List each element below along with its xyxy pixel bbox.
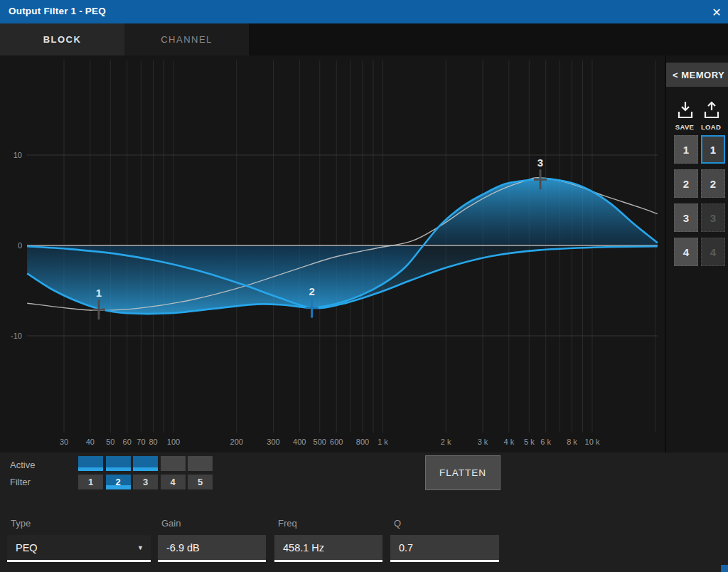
flatten-button[interactable]: FLATTEN bbox=[425, 455, 500, 490]
svg-text:3: 3 bbox=[537, 157, 543, 169]
close-button[interactable]: ✕ bbox=[708, 4, 725, 21]
svg-text:8 k: 8 k bbox=[567, 438, 577, 446]
svg-text:200: 200 bbox=[230, 438, 243, 446]
memory-panel-header[interactable]: < MEMORY bbox=[666, 63, 728, 87]
field-label-freq: Freq bbox=[278, 518, 297, 529]
field-label-type: Type bbox=[11, 518, 31, 529]
window-title: Output Filter 1 - PEQ bbox=[9, 6, 106, 16]
eq-graph-svg: 1233040506070801002003004005006008001 k2… bbox=[0, 55, 665, 452]
svg-text:600: 600 bbox=[330, 438, 343, 446]
tab-block-label: BLOCK bbox=[43, 34, 82, 45]
save-column-label: SAVE bbox=[673, 123, 697, 131]
memory-save-slot-4[interactable]: 4 bbox=[674, 238, 698, 266]
memory-save-slot-2[interactable]: 2 bbox=[674, 169, 698, 198]
freq-input[interactable]: 458.1 Hz bbox=[274, 535, 382, 562]
field-value-q: 0.7 bbox=[399, 542, 413, 554]
dropdown-arrow-icon: ▼ bbox=[137, 544, 144, 551]
active-toggle-5[interactable] bbox=[188, 456, 213, 471]
svg-text:400: 400 bbox=[293, 438, 306, 446]
field-label-q: Q bbox=[394, 518, 401, 529]
flatten-label: FLATTEN bbox=[439, 467, 486, 478]
svg-text:800: 800 bbox=[356, 438, 369, 446]
svg-text:1 k: 1 k bbox=[378, 438, 388, 446]
svg-text:1: 1 bbox=[96, 287, 102, 299]
field-label-gain: Gain bbox=[161, 518, 181, 529]
svg-text:100: 100 bbox=[167, 438, 180, 446]
svg-text:500: 500 bbox=[314, 438, 326, 446]
svg-text:10: 10 bbox=[14, 151, 22, 159]
svg-text:-10: -10 bbox=[11, 332, 22, 340]
active-toggle-2[interactable] bbox=[106, 456, 131, 471]
tab-block[interactable]: BLOCK bbox=[0, 23, 124, 55]
memory-load-slot-4[interactable]: 4 bbox=[701, 238, 725, 266]
field-value-freq: 458.1 Hz bbox=[283, 542, 324, 554]
active-toggle-3[interactable] bbox=[133, 456, 158, 471]
memory-save-slot-1[interactable]: 1 bbox=[674, 135, 698, 164]
load-icon bbox=[703, 101, 720, 120]
close-icon: ✕ bbox=[712, 6, 721, 19]
svg-text:10 k: 10 k bbox=[585, 438, 600, 446]
svg-text:70: 70 bbox=[136, 438, 145, 446]
memory-save-slot-3[interactable]: 3 bbox=[674, 203, 698, 232]
svg-text:50: 50 bbox=[106, 438, 114, 446]
svg-text:5 k: 5 k bbox=[524, 438, 535, 446]
q-input[interactable]: 0.7 bbox=[390, 535, 499, 562]
svg-text:0: 0 bbox=[18, 241, 22, 250]
svg-text:60: 60 bbox=[123, 438, 132, 446]
memory-load-slot-1[interactable]: 1 bbox=[701, 135, 725, 164]
type-dropdown[interactable]: PEQ▼ bbox=[7, 535, 151, 562]
filter-select-3[interactable]: 3 bbox=[133, 475, 158, 489]
gain-input[interactable]: -6.9 dB bbox=[158, 535, 266, 562]
filter-select-2[interactable]: 2 bbox=[106, 475, 131, 489]
memory-header-label: < MEMORY bbox=[673, 70, 724, 80]
svg-text:3 k: 3 k bbox=[478, 438, 488, 446]
filter-select-4[interactable]: 4 bbox=[161, 475, 186, 489]
memory-load-slot-2[interactable]: 2 bbox=[701, 169, 725, 198]
svg-text:30: 30 bbox=[60, 438, 68, 446]
active-toggle-4[interactable] bbox=[161, 456, 186, 471]
filter-select-5[interactable]: 5 bbox=[188, 475, 213, 489]
memory-load-slot-3[interactable]: 3 bbox=[701, 203, 725, 232]
load-column-label: LOAD bbox=[699, 123, 723, 131]
filter-row-label: Filter bbox=[10, 477, 31, 487]
save-icon bbox=[677, 101, 694, 120]
filter-select-1[interactable]: 1 bbox=[78, 475, 103, 489]
active-row-label: Active bbox=[10, 460, 35, 470]
svg-text:40: 40 bbox=[86, 438, 95, 446]
eq-response-graph[interactable]: 1233040506070801002003004005006008001 k2… bbox=[0, 55, 665, 452]
svg-text:80: 80 bbox=[149, 438, 157, 446]
tab-channel[interactable]: CHANNEL bbox=[124, 23, 249, 55]
field-value-gain: -6.9 dB bbox=[166, 542, 200, 554]
title-bar: Output Filter 1 - PEQ ✕ bbox=[0, 0, 728, 23]
peq-dialog: Output Filter 1 - PEQ ✕ BLOCK CHANNEL 12… bbox=[0, 0, 728, 572]
active-toggle-1[interactable] bbox=[78, 456, 103, 471]
resize-grip[interactable] bbox=[721, 565, 728, 572]
tab-channel-label: CHANNEL bbox=[161, 34, 213, 45]
svg-text:2 k: 2 k bbox=[441, 438, 451, 446]
svg-text:4 k: 4 k bbox=[503, 438, 514, 446]
svg-text:300: 300 bbox=[267, 438, 279, 446]
field-value-type: PEQ bbox=[16, 542, 38, 554]
svg-text:6 k: 6 k bbox=[540, 438, 551, 446]
svg-text:2: 2 bbox=[309, 285, 314, 297]
